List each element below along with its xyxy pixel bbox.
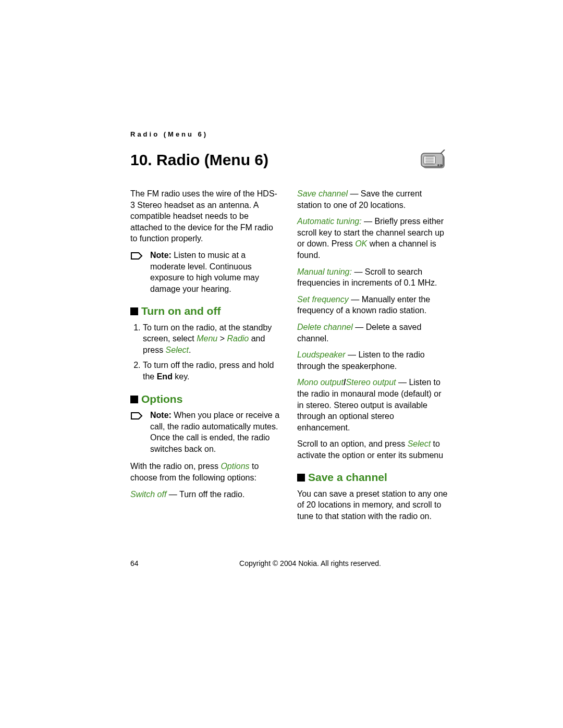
- content-columns: The FM radio uses the wire of the HDS-3 …: [130, 188, 448, 522]
- heading-options: Options: [130, 392, 282, 406]
- save-channel-text: You can save a preset station to any one…: [297, 488, 448, 522]
- heading-save-channel: Save a channel: [297, 470, 448, 485]
- svg-point-9: [440, 164, 442, 166]
- turn-on-off-steps: To turn on the radio, at the standby scr…: [130, 322, 282, 382]
- note-icon: [130, 251, 143, 261]
- radio-icon: [420, 150, 448, 170]
- option-manual-tuning: Manual tuning: — Scroll to search freque…: [297, 266, 448, 289]
- step-2: To turn off the radio, press and hold th…: [143, 360, 282, 382]
- svg-point-8: [437, 164, 439, 166]
- option-save-channel: Save channel — Save the current station …: [297, 188, 448, 211]
- square-bullet-icon: [297, 474, 305, 482]
- manual-page: Radio (Menu 6) 10. Radio (Menu 6) The FM…: [0, 0, 563, 728]
- copyright: Copyright © 2004 Nokia. All rights reser…: [172, 559, 448, 567]
- option-mono-stereo: Mono output/Stereo output — Listen to th…: [297, 377, 448, 433]
- square-bullet-icon: [130, 307, 138, 315]
- page-title: 10. Radio (Menu 6): [130, 151, 268, 169]
- square-bullet-icon: [130, 396, 138, 403]
- option-set-frequency: Set frequency — Manually enter the frequ…: [297, 294, 448, 316]
- heading-turn-on-off: Turn on and off: [130, 304, 282, 318]
- note-label: Note:: [150, 251, 172, 260]
- page-footer: 64 Copyright © 2004 Nokia. All rights re…: [130, 559, 448, 567]
- options-scroll: Scroll to an option, and press Select to…: [297, 438, 448, 461]
- option-delete-channel: Delete channel — Delete a saved channel.: [297, 322, 448, 344]
- page-number: 64: [130, 559, 172, 567]
- option-automatic-tuning: Automatic tuning: — Briefly press either…: [297, 216, 448, 261]
- note-label: Note:: [150, 411, 172, 419]
- option-switch-off: Switch off — Turn off the radio.: [130, 489, 282, 500]
- option-loudspeaker: Loudspeaker — Listen to the radio throug…: [297, 349, 448, 372]
- note-volume: Note: Listen to music at a moderate leve…: [130, 250, 282, 294]
- title-row: 10. Radio (Menu 6): [130, 150, 448, 170]
- options-intro: With the radio on, press Options to choo…: [130, 461, 282, 483]
- running-header: Radio (Menu 6): [130, 130, 448, 138]
- intro-paragraph: The FM radio uses the wire of the HDS-3 …: [130, 188, 282, 244]
- svg-line-10: [440, 150, 445, 154]
- step-1: To turn on the radio, at the standby scr…: [143, 322, 282, 356]
- note-icon: [130, 411, 143, 421]
- note-call: Note: When you place or receive a call, …: [130, 410, 282, 454]
